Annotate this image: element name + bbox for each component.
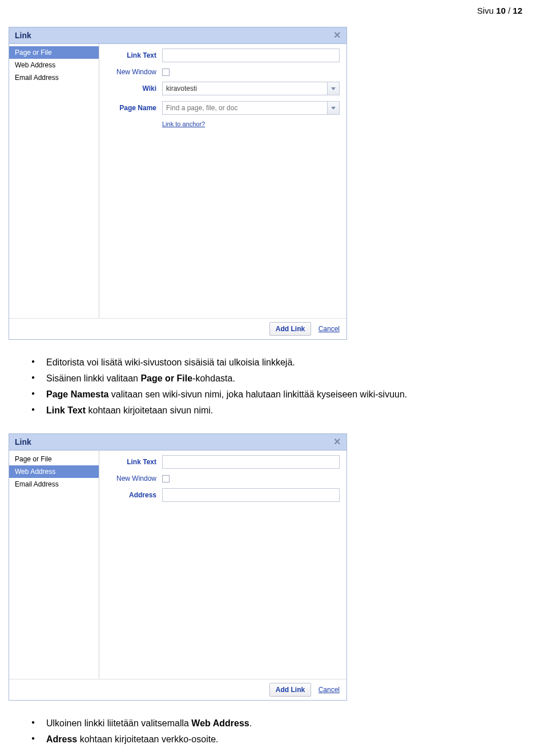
sidebar-item-email-address[interactable]: Email Address: [9, 71, 99, 84]
sidebar-item-web-address[interactable]: Web Address: [9, 59, 99, 71]
new-window-checkbox[interactable]: [162, 475, 170, 482]
page-number: Sivu 10 / 12: [9, 6, 522, 15]
dialog-form: Link Text New Window Wiki Page Name: [99, 44, 346, 318]
page-name-label: Page Name: [99, 104, 162, 112]
link-text-label: Link Text: [99, 458, 162, 466]
sidebar-item-email-address[interactable]: Email Address: [9, 478, 99, 490]
list-item: Link Text kohtaan kirjoitetaan sivun nim…: [31, 404, 522, 417]
new-window-label: New Window: [99, 68, 162, 76]
wiki-label: Wiki: [99, 85, 162, 93]
dialog-sidebar: Page or File Web Address Email Address: [9, 44, 99, 318]
dialog-body: Page or File Web Address Email Address L…: [9, 451, 346, 679]
instruction-list-1: Editorista voi lisätä wiki-sivustoon sis…: [31, 356, 522, 417]
new-window-checkbox[interactable]: [162, 69, 170, 76]
chevron-down-icon: [331, 107, 336, 110]
address-label: Address: [99, 491, 162, 499]
cancel-link[interactable]: Cancel: [319, 325, 340, 333]
list-item: Editorista voi lisätä wiki-sivustoon sis…: [31, 356, 522, 369]
link-text-label: Link Text: [99, 51, 162, 59]
instruction-list-2: Ulkoinen linkki liitetään valitsemalla W…: [31, 717, 522, 746]
list-item: Ulkoinen linkki liitetään valitsemalla W…: [31, 717, 522, 730]
chevron-down-icon: [331, 87, 336, 90]
link-to-anchor[interactable]: Link to anchor?: [162, 120, 340, 127]
dialog-footer: Add Link Cancel: [9, 679, 346, 700]
dialog-title: Link: [15, 437, 31, 447]
add-link-button[interactable]: Add Link: [269, 322, 311, 336]
cancel-link[interactable]: Cancel: [319, 686, 340, 694]
dialog-header: Link ✕: [9, 434, 346, 451]
sidebar-item-page-or-file[interactable]: Page or File: [9, 453, 99, 465]
list-item: Adress kohtaan kirjoitetaan verkko-osoit…: [31, 733, 522, 746]
sidebar-item-page-or-file[interactable]: Page or File: [9, 46, 99, 59]
link-dialog-page-or-file: Link ✕ Page or File Web Address Email Ad…: [9, 27, 347, 340]
link-text-input[interactable]: [162, 49, 340, 62]
add-link-button[interactable]: Add Link: [269, 683, 311, 697]
dialog-title: Link: [15, 31, 31, 40]
dialog-sidebar: Page or File Web Address Email Address: [9, 451, 99, 679]
list-item: Sisäinen linkki valitaan Page or File-ko…: [31, 372, 522, 385]
link-text-input[interactable]: [162, 455, 340, 469]
dialog-footer: Add Link Cancel: [9, 318, 346, 339]
dialog-header: Link ✕: [9, 27, 346, 44]
new-window-label: New Window: [99, 474, 162, 482]
page-name-input[interactable]: [162, 101, 327, 115]
list-item: Page Namesta valitaan sen wiki-sivun nim…: [31, 388, 522, 401]
close-icon[interactable]: ✕: [333, 31, 341, 40]
wiki-select[interactable]: [162, 82, 327, 95]
dialog-form: Link Text New Window Address: [99, 451, 346, 679]
link-dialog-web-address: Link ✕ Page or File Web Address Email Ad…: [9, 433, 347, 701]
wiki-dropdown-button[interactable]: [327, 82, 340, 95]
sidebar-item-web-address[interactable]: Web Address: [9, 465, 99, 478]
address-input[interactable]: [162, 488, 340, 502]
dialog-body: Page or File Web Address Email Address L…: [9, 44, 346, 318]
close-icon[interactable]: ✕: [333, 437, 341, 447]
page-name-dropdown-button[interactable]: [327, 101, 340, 115]
